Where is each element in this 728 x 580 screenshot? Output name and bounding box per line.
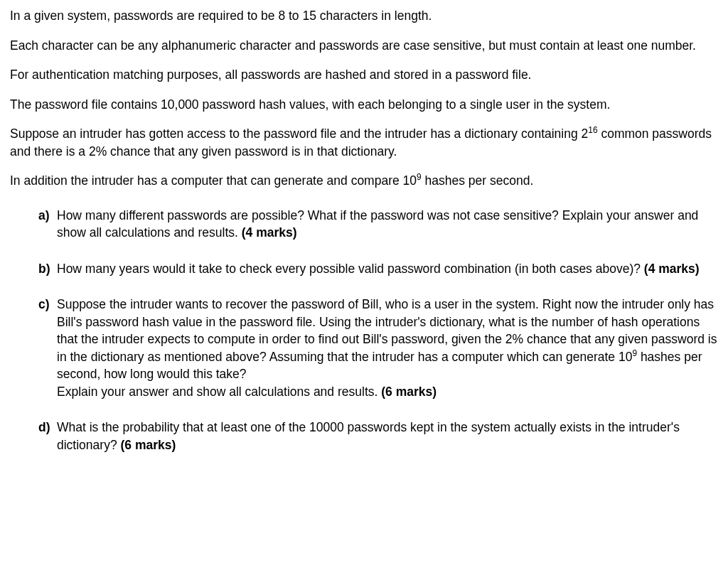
intro-p6-post: hashes per second.	[422, 173, 534, 188]
question-marker-c: c)	[38, 296, 50, 313]
intro-paragraph-3: For authentication matching purposes, al…	[10, 66, 718, 84]
intro-paragraph-6: In addition the intruder has a computer …	[10, 172, 718, 190]
intro-p6-pre: In addition the intruder has a computer …	[10, 173, 417, 188]
question-c-marks: (6 marks)	[381, 385, 437, 399]
intro-paragraph-4: The password file contains 10,000 passwo…	[10, 96, 718, 114]
intro-p5-pre: Suppose an intruder has gotten access to…	[10, 127, 588, 141]
question-d: d) What is the probability that at least…	[38, 419, 718, 453]
question-d-marks: (6 marks)	[121, 438, 176, 452]
question-c: c) Suppose the intruder wants to recover…	[38, 296, 718, 400]
question-b: b) How many years would it take to check…	[38, 260, 718, 278]
question-b-text: How many years would it take to check ev…	[57, 262, 644, 276]
question-list: a) How many different passwords are poss…	[10, 207, 718, 454]
question-marker-b: b)	[38, 260, 50, 278]
intro-paragraph-2: Each character can be any alphanumeric c…	[10, 37, 718, 55]
question-c-text-3: Explain your answer and show all calcula…	[57, 385, 381, 399]
question-b-marks: (4 marks)	[644, 262, 700, 276]
question-marker-d: d)	[38, 419, 50, 436]
intro-p6-exp: 9	[417, 172, 422, 182]
intro-paragraph-5: Suppose an intruder has gotten access to…	[10, 125, 718, 160]
question-a-marks: (4 marks)	[242, 225, 297, 240]
question-marker-a: a)	[38, 207, 50, 225]
intro-paragraph-1: In a given system, passwords are require…	[10, 7, 718, 25]
question-c-text-1: Suppose the intruder wants to recover th…	[57, 297, 717, 364]
question-a: a) How many different passwords are poss…	[38, 207, 718, 242]
question-a-text: How many different passwords are possibl…	[57, 208, 698, 240]
intro-p5-exp: 16	[588, 125, 597, 135]
